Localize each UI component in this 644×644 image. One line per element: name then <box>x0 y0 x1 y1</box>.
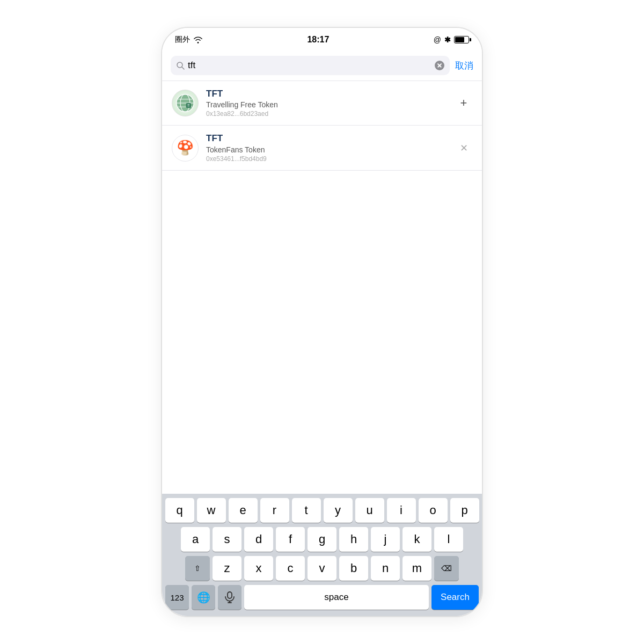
token-logo-tft1 <box>172 90 199 116</box>
keyboard-row-2: a s d f g h j k l <box>164 527 480 552</box>
key-w[interactable]: w <box>197 498 226 523</box>
svg-rect-12 <box>228 592 232 598</box>
key-y[interactable]: y <box>324 498 353 523</box>
status-time: 18:17 <box>307 35 329 45</box>
token-info-1: TFT Travelling Free Token 0x13ea82...6bd… <box>206 89 455 118</box>
search-key[interactable]: Search <box>431 585 479 610</box>
tft1-logo-svg <box>175 93 195 113</box>
delete-key[interactable]: ⌫ <box>434 556 459 581</box>
globe-key[interactable]: 🌐 <box>192 585 215 610</box>
keyboard: q w e r t y u i o p a s d f g h j k l ⇧ <box>162 494 482 616</box>
microphone-icon <box>224 591 235 603</box>
space-key[interactable]: space <box>244 585 429 610</box>
token-address-1: 0x13ea82...6bd23aed <box>206 110 455 118</box>
shift-key[interactable]: ⇧ <box>185 556 210 581</box>
battery-icon <box>454 36 469 43</box>
numbers-key[interactable]: 123 <box>165 585 189 610</box>
key-p[interactable]: p <box>450 498 479 523</box>
key-e[interactable]: e <box>229 498 258 523</box>
search-key-label: Search <box>441 592 470 603</box>
numbers-label: 123 <box>170 593 184 602</box>
key-v[interactable]: v <box>308 556 336 581</box>
key-x[interactable]: x <box>244 556 273 581</box>
list-item: 🍄 TFT TokenFans Token 0xe53461...f5bd4bd… <box>162 126 482 170</box>
token-fullname-2: TokenFans Token <box>206 145 455 154</box>
remove-token-2-button[interactable]: ✕ <box>455 140 472 157</box>
status-left: 圈外 <box>175 35 203 45</box>
key-b[interactable]: b <box>339 556 368 581</box>
token-list: TFT Travelling Free Token 0x13ea82...6bd… <box>162 81 482 494</box>
search-input[interactable]: tft <box>188 60 431 71</box>
key-m[interactable]: m <box>402 556 431 581</box>
key-z[interactable]: z <box>213 556 241 581</box>
key-t[interactable]: t <box>292 498 321 523</box>
key-r[interactable]: r <box>260 498 289 523</box>
key-h[interactable]: h <box>339 527 368 552</box>
key-s[interactable]: s <box>213 527 241 552</box>
at-icon: @ <box>434 35 441 44</box>
clear-icon <box>435 61 444 70</box>
space-label: space <box>324 592 348 603</box>
plus-icon-1: + <box>460 96 467 110</box>
key-i[interactable]: i <box>387 498 416 523</box>
globe-icon: 🌐 <box>197 591 210 604</box>
token-symbol-2: TFT <box>206 133 455 144</box>
key-d[interactable]: d <box>244 527 273 552</box>
key-q[interactable]: q <box>165 498 194 523</box>
key-f[interactable]: f <box>276 527 305 552</box>
keyboard-row-1: q w e r t y u i o p <box>164 498 480 523</box>
delete-icon: ⌫ <box>441 564 452 573</box>
token-info-2: TFT TokenFans Token 0xe53461...f5bd4bd9 <box>206 133 455 162</box>
token-symbol-1: TFT <box>206 89 455 99</box>
key-n[interactable]: n <box>371 556 400 581</box>
bluetooth-icon: ✱ <box>444 35 451 44</box>
battery-fill <box>455 37 464 42</box>
token-address-2: 0xe53461...f5bd4bd9 <box>206 155 455 163</box>
clear-button[interactable] <box>435 61 444 70</box>
svg-line-1 <box>182 67 184 69</box>
key-j[interactable]: j <box>371 527 400 552</box>
key-g[interactable]: g <box>308 527 336 552</box>
x-icon-2: ✕ <box>460 142 468 154</box>
key-a[interactable]: a <box>181 527 210 552</box>
key-u[interactable]: u <box>355 498 384 523</box>
key-c[interactable]: c <box>276 556 305 581</box>
keyboard-row-3: ⇧ z x c v b n m ⌫ <box>164 556 480 581</box>
status-right: @ ✱ <box>434 35 469 44</box>
add-token-1-button[interactable]: + <box>455 94 472 112</box>
key-l[interactable]: l <box>434 527 463 552</box>
key-k[interactable]: k <box>402 527 431 552</box>
search-icon <box>176 61 185 70</box>
list-item: TFT Travelling Free Token 0x13ea82...6bd… <box>162 81 482 126</box>
key-o[interactable]: o <box>419 498 448 523</box>
carrier-text: 圈外 <box>175 35 190 45</box>
tft2-logo-emoji: 🍄 <box>177 140 194 156</box>
svg-rect-9 <box>186 103 191 108</box>
phone-frame: 圈外 18:17 @ ✱ tft 取消 <box>161 27 483 617</box>
cancel-button[interactable]: 取消 <box>455 60 473 72</box>
wifi-icon <box>193 36 203 43</box>
token-fullname-1: Travelling Free Token <box>206 100 455 109</box>
token-logo-tft2: 🍄 <box>172 135 199 162</box>
microphone-key[interactable] <box>218 585 241 610</box>
status-bar: 圈外 18:17 @ ✱ <box>162 28 482 52</box>
search-bar-container: tft 取消 <box>162 52 482 81</box>
shift-icon: ⇧ <box>194 564 201 573</box>
search-input-wrapper[interactable]: tft <box>171 56 450 75</box>
keyboard-bottom-row: 123 🌐 space Search <box>164 585 480 610</box>
